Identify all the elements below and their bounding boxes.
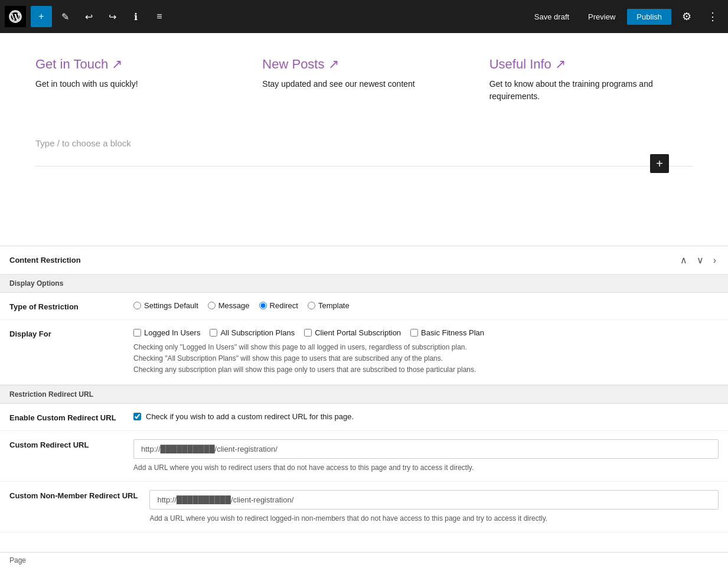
- display-for-help: Checking only "Logged In Users" will sho…: [133, 342, 719, 376]
- checkbox-all-sub-input[interactable]: [210, 329, 217, 337]
- checkbox-basic-fitness[interactable]: Basic Fitness Plan: [410, 328, 484, 337]
- enable-custom-redirect-input[interactable]: [133, 413, 141, 420]
- display-for-checkbox-group: Logged In Users All Subscription Plans C…: [133, 328, 719, 337]
- custom-redirect-url-label: Custom Redirect URL: [9, 439, 122, 449]
- custom-non-member-url-input[interactable]: [149, 490, 719, 510]
- checkbox-all-sub[interactable]: All Subscription Plans: [210, 328, 295, 337]
- custom-non-member-label: Custom Non-Member Redirect URL: [9, 490, 138, 500]
- checkbox-client-portal-label: Client Portal Subscription: [315, 328, 401, 337]
- custom-non-member-controls: Add a URL where you wish to redirect log…: [149, 490, 719, 524]
- radio-template-label: Template: [318, 301, 350, 310]
- wp-logo[interactable]: [5, 6, 26, 27]
- col2-title[interactable]: New Posts ↗: [262, 57, 465, 72]
- redo-button[interactable]: ↪: [102, 6, 123, 27]
- display-for-help3: Checking any subscription plan will show…: [133, 364, 719, 376]
- type-restriction-controls: Settings Default Message Redirect Templa…: [133, 301, 719, 310]
- custom-redirect-url-row: Custom Redirect URL Add a URL where you …: [0, 431, 728, 482]
- panel-collapse-down-button[interactable]: ∨: [694, 253, 706, 267]
- type-restriction-radio-group: Settings Default Message Redirect Templa…: [133, 301, 719, 310]
- checkbox-logged-in-label: Logged In Users: [144, 328, 200, 337]
- type-restriction-row: Type of Restriction Settings Default Mes…: [0, 293, 728, 320]
- save-draft-button[interactable]: Save draft: [527, 9, 576, 25]
- list-view-button[interactable]: ≡: [149, 6, 170, 27]
- edit-mode-button[interactable]: ✎: [54, 6, 76, 27]
- enable-custom-redirect-checkbox[interactable]: Check if you wish to add a custom redire…: [133, 412, 719, 421]
- col2: New Posts ↗ Stay updated and see our new…: [262, 57, 465, 103]
- more-options-button[interactable]: ⋮: [702, 6, 723, 27]
- radio-template-input[interactable]: [308, 302, 315, 309]
- preview-button[interactable]: Preview: [581, 9, 622, 25]
- radio-message-input[interactable]: [208, 302, 216, 309]
- radio-settings-default-label: Settings Default: [144, 301, 198, 310]
- checkbox-logged-in[interactable]: Logged In Users: [133, 328, 200, 337]
- restriction-redirect-section-label: Restriction Redirect URL: [0, 385, 728, 404]
- enable-custom-redirect-controls: Check if you wish to add a custom redire…: [133, 412, 719, 421]
- block-placeholder[interactable]: Type / to choose a block: [35, 126, 693, 154]
- checkbox-client-portal-input[interactable]: [304, 329, 312, 337]
- col3-title[interactable]: Useful Info ↗: [489, 57, 693, 72]
- checkbox-basic-fitness-input[interactable]: [410, 329, 418, 337]
- editor-content: Get in Touch ↗ Get in touch with us quic…: [0, 33, 728, 246]
- checkbox-all-sub-label: All Subscription Plans: [220, 328, 295, 337]
- display-for-row: Display For Logged In Users All Subscrip…: [0, 320, 728, 385]
- publish-button[interactable]: Publish: [627, 9, 671, 25]
- checkbox-basic-fitness-label: Basic Fitness Plan: [421, 328, 484, 337]
- col3-desc: Get to know about the training programs …: [489, 78, 693, 103]
- radio-settings-default[interactable]: Settings Default: [133, 301, 198, 310]
- display-for-help1: Checking only "Logged In Users" will sho…: [133, 342, 719, 353]
- three-column-section: Get in Touch ↗ Get in touch with us quic…: [35, 57, 693, 103]
- radio-redirect-input[interactable]: [259, 302, 267, 309]
- toolbar-right: Save draft Preview Publish ⚙ ⋮: [527, 6, 723, 27]
- col1: Get in Touch ↗ Get in touch with us quic…: [35, 57, 239, 103]
- panel-header-controls: ∧ ∨ ›: [678, 253, 719, 267]
- radio-redirect[interactable]: Redirect: [259, 301, 298, 310]
- panel-title: Content Restriction: [9, 256, 81, 265]
- custom-redirect-url-input[interactable]: [133, 439, 719, 459]
- radio-message-label: Message: [218, 301, 250, 310]
- radio-settings-default-input[interactable]: [133, 302, 141, 309]
- panel-collapse-up-button[interactable]: ∧: [678, 253, 690, 267]
- enable-custom-redirect-check-label: Check if you wish to add a custom redire…: [146, 412, 354, 421]
- checkbox-client-portal[interactable]: Client Portal Subscription: [304, 328, 401, 337]
- radio-redirect-label: Redirect: [270, 301, 298, 310]
- display-for-label: Display For: [9, 328, 122, 338]
- checkbox-logged-in-input[interactable]: [133, 329, 141, 337]
- custom-redirect-url-help: Add a URL where you wish to redirect use…: [133, 462, 719, 473]
- col1-desc: Get in touch with us quickly!: [35, 78, 239, 90]
- undo-button[interactable]: ↩: [78, 6, 99, 27]
- custom-redirect-url-controls: Add a URL where you wish to redirect use…: [133, 439, 719, 473]
- col3: Useful Info ↗ Get to know about the trai…: [489, 57, 693, 103]
- col1-title[interactable]: Get in Touch ↗: [35, 57, 239, 72]
- custom-non-member-help: Add a URL where you wish to redirect log…: [149, 513, 719, 524]
- enable-custom-redirect-label: Enable Custom Redirect URL: [9, 412, 122, 422]
- col2-desc: Stay updated and see our newest content: [262, 78, 465, 90]
- custom-non-member-redirect-row: Custom Non-Member Redirect URL Add a URL…: [0, 482, 728, 533]
- info-button[interactable]: ℹ: [125, 6, 146, 27]
- settings-button[interactable]: ⚙: [676, 6, 697, 27]
- type-restriction-label: Type of Restriction: [9, 301, 122, 311]
- display-options-section-label: Display Options: [0, 275, 728, 293]
- panel-collapse-right-button[interactable]: ›: [711, 254, 719, 267]
- add-block-toolbar-button[interactable]: +: [31, 6, 52, 27]
- enable-custom-redirect-row: Enable Custom Redirect URL Check if you …: [0, 404, 728, 431]
- radio-template[interactable]: Template: [308, 301, 350, 310]
- display-for-controls: Logged In Users All Subscription Plans C…: [133, 328, 719, 376]
- content-restriction-panel: Content Restriction ∧ ∨ › Display Option…: [0, 246, 728, 533]
- toolbar: + ✎ ↩ ↪ ℹ ≡ Save draft Preview Publish ⚙…: [0, 0, 728, 33]
- add-block-button[interactable]: +: [650, 154, 669, 173]
- radio-message[interactable]: Message: [208, 301, 250, 310]
- block-area: Type / to choose a block +: [35, 126, 693, 167]
- display-for-help2: Checking "All Subscription Plans" will s…: [133, 353, 719, 364]
- panel-header: Content Restriction ∧ ∨ ›: [0, 246, 728, 275]
